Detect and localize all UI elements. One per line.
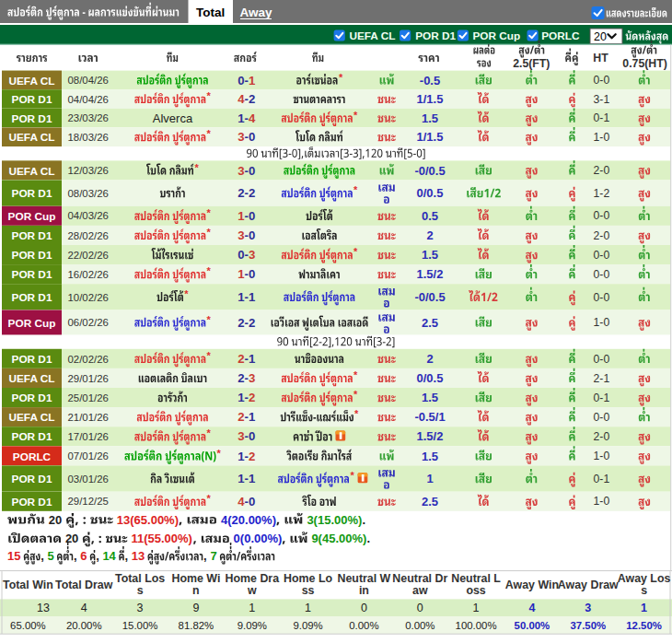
svg-text:0.00%: 0.00% <box>405 620 434 631</box>
svg-text:Home Dra: Home Dra <box>226 572 280 585</box>
svg-text:0.00%: 0.00% <box>349 620 378 631</box>
svg-text:UEFA CL: UEFA CL <box>8 411 54 424</box>
svg-text:0-0: 0-0 <box>594 209 610 222</box>
svg-text:*: * <box>207 265 212 276</box>
svg-text:UEFA CL: UEFA CL <box>8 165 54 178</box>
svg-text:*: * <box>207 350 212 361</box>
svg-text:2: 2 <box>238 352 244 366</box>
svg-text:0: 0 <box>249 228 255 242</box>
svg-text:3: 3 <box>238 228 244 242</box>
svg-text:9(45.00%): 9(45.00%) <box>311 532 366 545</box>
svg-text:3: 3 <box>249 371 255 385</box>
svg-text:2.5: 2.5 <box>422 316 438 330</box>
svg-text:*: * <box>207 207 212 218</box>
svg-text:2: 2 <box>249 316 255 330</box>
svg-text:s: s <box>641 584 647 597</box>
svg-text:0: 0 <box>238 248 244 262</box>
svg-text:-0.5: -0.5 <box>420 74 440 88</box>
svg-text:0: 0 <box>249 429 255 443</box>
svg-text:1-2: 1-2 <box>594 187 610 200</box>
svg-text:0-1: 0-1 <box>594 392 610 404</box>
svg-text:2: 2 <box>426 228 433 242</box>
svg-text:0: 0 <box>417 602 423 614</box>
svg-text:*: * <box>354 408 359 419</box>
svg-text:23/03/26: 23/03/26 <box>68 112 109 123</box>
svg-text:1.5: 1.5 <box>422 111 438 125</box>
svg-text:65.00%: 65.00% <box>10 620 46 631</box>
svg-text:ss: ss <box>302 584 315 597</box>
svg-text:POR Cup: POR Cup <box>472 29 520 42</box>
svg-text:Away Win: Away Win <box>505 579 559 591</box>
svg-text:1.5: 1.5 <box>422 450 438 463</box>
svg-text:HT: HT <box>593 52 608 64</box>
svg-text:13: 13 <box>132 549 145 563</box>
svg-text:20.00%: 20.00% <box>66 620 102 631</box>
svg-text:7: 7 <box>210 549 216 563</box>
svg-text:25/01/26: 25/01/26 <box>68 392 109 403</box>
svg-text:50.00%: 50.00% <box>515 620 550 631</box>
svg-text:POR D1: POR D1 <box>12 229 52 242</box>
svg-text:04/03/26: 04/03/26 <box>68 210 109 221</box>
svg-text:aw: aw <box>412 584 428 597</box>
svg-text:-0/0.5: -0/0.5 <box>414 164 445 178</box>
svg-text:2: 2 <box>238 371 244 385</box>
svg-text:17/01/26: 17/01/26 <box>68 431 109 442</box>
svg-text:*: * <box>353 184 358 195</box>
svg-text:13: 13 <box>37 602 50 614</box>
svg-text:0-1: 0-1 <box>594 473 610 485</box>
svg-text:*: * <box>353 369 358 380</box>
svg-text:9: 9 <box>192 602 199 614</box>
svg-text:,: , <box>74 549 77 563</box>
svg-text:POR D1: POR D1 <box>12 430 52 443</box>
svg-text:,: , <box>96 549 99 563</box>
svg-text:9.09%: 9.09% <box>293 620 322 631</box>
svg-text:Away Los: Away Los <box>618 572 671 585</box>
svg-text:POR D1: POR D1 <box>12 112 52 125</box>
svg-text:2: 2 <box>238 186 244 200</box>
svg-text:0-0: 0-0 <box>594 249 610 262</box>
svg-text:1.5: 1.5 <box>422 248 438 262</box>
svg-text:Total Win: Total Win <box>3 579 53 591</box>
svg-text:4(20.00%): 4(20.00%) <box>221 513 276 527</box>
svg-text:*: * <box>207 493 212 504</box>
svg-text:1: 1 <box>238 111 244 125</box>
svg-text:1: 1 <box>249 602 255 614</box>
svg-text:POR D1: POR D1 <box>12 291 52 304</box>
svg-text:Away Draw: Away Draw <box>558 579 619 591</box>
svg-text:UEFA CL: UEFA CL <box>349 29 395 42</box>
svg-text:03/01/26: 03/01/26 <box>68 473 109 485</box>
svg-text:1: 1 <box>249 290 255 304</box>
svg-text:9.09%: 9.09% <box>238 620 267 631</box>
svg-text:22/02/26: 22/02/26 <box>68 250 109 261</box>
svg-text:0-0: 0-0 <box>594 411 610 424</box>
svg-text:3-1: 3-1 <box>594 93 610 106</box>
svg-text:3: 3 <box>238 164 244 178</box>
svg-text:*: * <box>217 448 222 459</box>
svg-text:2: 2 <box>249 391 255 404</box>
svg-text:0: 0 <box>238 74 244 88</box>
svg-text:0: 0 <box>249 267 255 281</box>
svg-text:37.50%: 37.50% <box>570 620 606 631</box>
svg-text:.: . <box>362 513 365 527</box>
svg-text:3: 3 <box>249 248 255 262</box>
svg-text:1.5/2: 1.5/2 <box>417 429 444 443</box>
svg-text:UEFA CL: UEFA CL <box>8 75 54 88</box>
svg-text:POR D1: POR D1 <box>12 353 52 366</box>
svg-text:06/02/26: 06/02/26 <box>68 317 109 328</box>
svg-text:POR D1: POR D1 <box>12 392 52 404</box>
svg-text:0: 0 <box>249 130 255 144</box>
svg-text:1.5: 1.5 <box>422 391 438 404</box>
svg-text:*: * <box>207 227 212 238</box>
svg-text:1: 1 <box>238 450 244 463</box>
svg-text:UEFA CL: UEFA CL <box>8 131 54 144</box>
svg-text:15.00%: 15.00% <box>122 620 158 631</box>
svg-text:.: . <box>366 532 370 545</box>
svg-text:04/04/26: 04/04/26 <box>68 94 109 105</box>
svg-text:,: , <box>203 549 207 563</box>
svg-text:1.5/2: 1.5/2 <box>417 267 444 281</box>
svg-text:0: 0 <box>249 495 255 509</box>
svg-text:2-1: 2-1 <box>594 372 610 385</box>
svg-text:4: 4 <box>81 602 87 614</box>
svg-text:2: 2 <box>249 186 255 200</box>
svg-text:1: 1 <box>249 74 255 88</box>
